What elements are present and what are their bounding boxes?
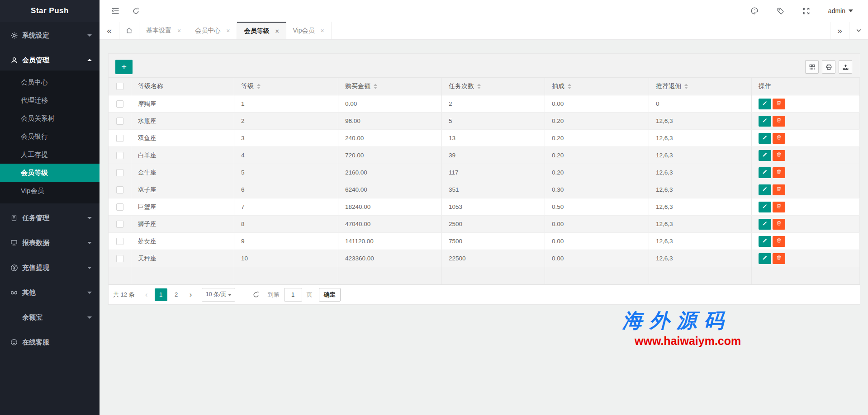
row-checkbox[interactable] xyxy=(116,186,123,193)
page-button-2[interactable]: 2 xyxy=(170,288,183,301)
edit-button[interactable] xyxy=(759,167,771,178)
cell-amount: 423360.00 xyxy=(338,250,442,267)
sidebar-item-vip-member[interactable]: Vip会员 xyxy=(0,182,100,200)
delete-button[interactable] xyxy=(773,236,785,247)
cell-commission: 0.00 xyxy=(545,95,649,112)
row-checkbox[interactable] xyxy=(116,118,123,125)
tabs-scroll-right-button[interactable]: » xyxy=(830,22,849,39)
add-level-button[interactable]: + xyxy=(115,60,133,74)
sidebar-item-online-service[interactable]: 在线客服 xyxy=(0,332,100,353)
cell-tasks: 351 xyxy=(442,181,545,198)
user-menu[interactable]: admin xyxy=(828,7,853,14)
edit-button[interactable] xyxy=(759,202,771,212)
chevron-down-icon xyxy=(87,34,92,37)
row-checkbox[interactable] xyxy=(116,203,123,211)
sidebar-item-system-settings[interactable]: 系统设定 xyxy=(0,25,100,46)
prev-page-button[interactable]: ‹ xyxy=(141,290,152,299)
close-tab-icon[interactable]: × xyxy=(321,27,324,34)
gear-icon xyxy=(10,31,18,39)
edit-button[interactable] xyxy=(759,99,771,109)
tab-member-level[interactable]: 会员等级× xyxy=(237,22,286,39)
close-tab-icon[interactable]: × xyxy=(177,27,181,34)
edit-button[interactable] xyxy=(759,236,771,247)
sidebar-item-member-tree[interactable]: 会员关系树 xyxy=(0,109,100,127)
pencil-icon xyxy=(762,221,768,227)
sidebar-item-recharge-withdraw[interactable]: 充值提现 xyxy=(0,257,100,278)
sidebar-item-member-level[interactable]: 会员等级 xyxy=(0,164,100,182)
edit-button[interactable] xyxy=(759,116,771,127)
sort-icon[interactable] xyxy=(568,84,571,89)
row-checkbox[interactable] xyxy=(116,100,123,108)
home-tab[interactable] xyxy=(119,22,139,39)
row-checkbox[interactable] xyxy=(116,135,123,142)
fullscreen-icon[interactable] xyxy=(802,7,810,15)
page-button-1[interactable]: 1 xyxy=(155,288,167,301)
edit-button[interactable] xyxy=(759,133,771,144)
delete-button[interactable] xyxy=(773,184,785,195)
refresh-table-button[interactable] xyxy=(252,291,260,298)
sidebar-item-report-data[interactable]: 报表数据 xyxy=(0,232,100,253)
edit-button[interactable] xyxy=(759,219,771,230)
sort-icon[interactable] xyxy=(257,84,261,89)
yen-icon xyxy=(10,264,18,272)
cell-rebate: 12,6,3 xyxy=(649,233,752,250)
tab-basic-settings[interactable]: 基本设置× xyxy=(139,22,188,39)
delete-button[interactable] xyxy=(773,202,785,212)
sidebar-item-other[interactable]: 其他 xyxy=(0,282,100,303)
cell-amount: 141120.00 xyxy=(338,233,442,250)
goto-page-input[interactable] xyxy=(284,288,302,302)
row-checkbox[interactable] xyxy=(116,169,123,176)
row-checkbox[interactable] xyxy=(116,238,123,245)
tabs-scroll-left-button[interactable]: « xyxy=(100,22,119,39)
tabs-menu-button[interactable] xyxy=(849,22,868,39)
edit-button[interactable] xyxy=(759,150,771,161)
sidebar-item-member-bank[interactable]: 会员银行 xyxy=(0,127,100,146)
row-checkbox[interactable] xyxy=(116,255,123,262)
cell-rebate: 12,6,3 xyxy=(649,130,752,146)
sort-desc-icon xyxy=(568,87,571,89)
print-button[interactable] xyxy=(822,60,835,74)
refresh-page-icon[interactable] xyxy=(132,7,140,15)
edit-button[interactable] xyxy=(759,253,771,264)
columns-filter-button[interactable] xyxy=(805,60,819,74)
edit-button[interactable] xyxy=(759,184,771,195)
per-page-select[interactable]: 10 条/页 xyxy=(202,288,235,302)
tab-vip-member[interactable]: Vip会员× xyxy=(286,22,332,39)
select-all-checkbox[interactable] xyxy=(116,83,123,90)
export-button[interactable] xyxy=(839,60,852,74)
table-row: 双子座66240.003510.3012,6,3 xyxy=(109,181,860,198)
sort-icon[interactable] xyxy=(684,84,688,89)
sidebar-item-member-management[interactable]: 会员管理 xyxy=(0,50,100,71)
close-tab-icon[interactable]: × xyxy=(226,27,230,34)
cell-rebate: 12,6,3 xyxy=(649,198,752,215)
cell-name: 双鱼座 xyxy=(131,130,234,146)
sidebar-item-yuebao[interactable]: 余额宝 xyxy=(0,307,100,328)
row-checkbox[interactable] xyxy=(116,221,123,228)
sidebar-item-manual-deposit[interactable]: 人工存提 xyxy=(0,146,100,164)
cell-rebate: 12,6,3 xyxy=(649,113,752,129)
row-checkbox[interactable] xyxy=(116,152,123,159)
next-page-button[interactable]: › xyxy=(185,290,196,299)
export-icon xyxy=(842,64,849,71)
close-tab-icon[interactable]: × xyxy=(275,28,279,35)
delete-button[interactable] xyxy=(773,99,785,109)
tab-member-center[interactable]: 会员中心× xyxy=(188,22,237,39)
sort-icon[interactable] xyxy=(374,84,377,89)
chevron-down-icon xyxy=(87,316,92,319)
confirm-page-button[interactable]: 确定 xyxy=(319,288,341,302)
sidebar-submenu: 会员中心代理迁移会员关系树会员银行人工存提会员等级Vip会员 xyxy=(0,71,100,203)
delete-button[interactable] xyxy=(773,150,785,161)
sidebar-item-agent-migration[interactable]: 代理迁移 xyxy=(0,91,100,109)
collapse-sidebar-icon[interactable] xyxy=(111,7,119,14)
sidebar-item-task-management[interactable]: 任务管理 xyxy=(0,208,100,228)
delete-button[interactable] xyxy=(773,133,785,144)
theme-palette-icon[interactable] xyxy=(750,7,759,15)
trash-icon xyxy=(776,255,782,262)
delete-button[interactable] xyxy=(773,116,785,127)
delete-button[interactable] xyxy=(773,253,785,264)
tag-icon[interactable] xyxy=(777,7,784,15)
delete-button[interactable] xyxy=(773,219,785,230)
sort-icon[interactable] xyxy=(477,84,481,89)
sidebar-item-member-center[interactable]: 会员中心 xyxy=(0,73,100,91)
delete-button[interactable] xyxy=(773,167,785,178)
